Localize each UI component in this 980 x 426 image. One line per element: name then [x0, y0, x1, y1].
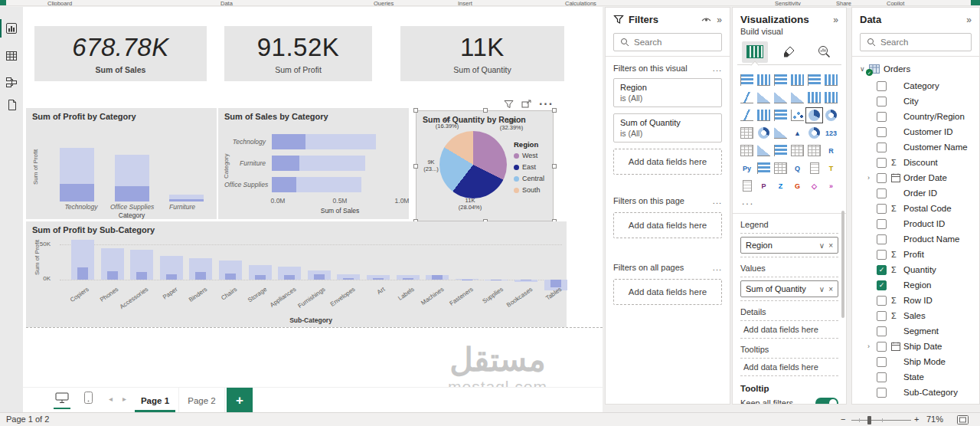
field-checkbox[interactable]: [877, 112, 887, 122]
field-checkbox[interactable]: [877, 342, 887, 352]
field-row-country-region[interactable]: Country/Region: [852, 109, 979, 124]
viz-icon-custom-visual-diamond[interactable]: ◇: [808, 180, 821, 192]
field-pill-sum-of-quantity[interactable]: Sum of Quantity ∨ ×: [740, 280, 838, 297]
card-sum-of-sales[interactable]: 678.78K Sum of Sales: [34, 26, 207, 81]
chevron-down-icon[interactable]: ∨: [819, 241, 825, 250]
bar-total[interactable]: [272, 156, 365, 171]
field-row-profit[interactable]: ΣProfit: [852, 247, 979, 262]
viz-icon-scatter-chart[interactable]: [791, 110, 804, 121]
bar-track[interactable]: [272, 177, 396, 192]
viz-icon-power-automate-visual[interactable]: Z: [774, 180, 787, 192]
collapse-panel-icon[interactable]: »: [966, 15, 972, 25]
card-sum-of-profit[interactable]: 91.52K Sum of Profit: [224, 26, 372, 81]
field-row-product-name[interactable]: Product Name: [852, 231, 979, 247]
fit-to-page-icon[interactable]: [957, 415, 969, 424]
viz-icon-metrics[interactable]: T: [825, 162, 838, 174]
field-checkbox[interactable]: [877, 296, 887, 306]
viz-icon-stacked-column-chart[interactable]: [757, 74, 770, 86]
viz-icon-line-and-clustered-column-chart[interactable]: [825, 92, 838, 103]
legend-item-central[interactable]: Central: [514, 175, 544, 182]
report-view-button[interactable]: [0, 18, 23, 39]
field-row-product-id[interactable]: Product ID: [852, 216, 979, 231]
tooltips-dropzone[interactable]: Add data fields here: [740, 358, 838, 376]
expand-chevron-icon[interactable]: ›: [867, 174, 877, 182]
viz-icon-table[interactable]: [791, 145, 804, 156]
field-row-postal-code[interactable]: ΣPostal Code: [852, 201, 979, 216]
viz-icon-custom-visual-chevron[interactable]: »: [825, 180, 838, 192]
viz-icon-paginated-report[interactable]: [740, 180, 753, 192]
expand-chevron-icon[interactable]: ›: [867, 342, 877, 350]
zoom-slider-track[interactable]: [851, 420, 911, 421]
viz-icon-clustered-bar-chart[interactable]: [774, 74, 787, 86]
viz-icon-azure-map[interactable]: ▲: [791, 127, 804, 139]
bar-track[interactable]: [272, 156, 396, 171]
viz-icon-100-stacked-bar-chart[interactable]: [808, 74, 821, 86]
field-row-discount[interactable]: ΣDiscount: [852, 155, 979, 170]
field-row-order-date[interactable]: ›Order Date: [852, 170, 979, 185]
field-checkbox[interactable]: [877, 250, 887, 260]
bar-total[interactable]: [115, 155, 149, 202]
table-row-orders[interactable]: ∨ ✓ Orders: [852, 60, 979, 78]
mobile-layout-icon[interactable]: [84, 392, 93, 404]
field-checkbox[interactable]: [877, 173, 887, 183]
next-page-arrow-icon[interactable]: ▸: [122, 395, 126, 403]
more-visuals-ellipsis[interactable]: ...: [733, 192, 846, 208]
tab-analytics[interactable]: [811, 41, 837, 63]
viz-icon-r-script-visual[interactable]: R: [825, 145, 838, 156]
data-search-input[interactable]: [880, 38, 957, 47]
viz-icon-100-stacked-area-chart[interactable]: [791, 92, 804, 103]
add-data-fields-dropzone[interactable]: Add data fields here: [613, 149, 722, 175]
field-checkbox[interactable]: ✓: [877, 265, 887, 275]
report-canvas[interactable]: 678.78K Sum of Sales 91.52K Sum of Profi…: [23, 7, 603, 412]
remove-field-icon[interactable]: ×: [828, 285, 833, 293]
field-row-sub-category[interactable]: Sub-Category: [852, 385, 979, 400]
field-pill-region[interactable]: Region ∨ ×: [740, 237, 838, 254]
values-dropzone[interactable]: Sum of Quantity ∨ ×: [740, 277, 838, 301]
bar-total[interactable]: [169, 195, 204, 202]
viz-icon-stacked-area-chart[interactable]: [774, 92, 787, 103]
section-more-options-icon[interactable]: ...: [713, 64, 722, 73]
viz-icon-pie-chart[interactable]: [808, 110, 821, 121]
bar-chart-sales-by-category[interactable]: Sum of Sales by Category Category Techno…: [218, 108, 409, 219]
field-checkbox[interactable]: [877, 158, 887, 168]
column-furniture[interactable]: [169, 195, 204, 202]
field-checkbox[interactable]: [877, 204, 887, 214]
selection-handle[interactable]: [413, 164, 418, 169]
field-checkbox[interactable]: [877, 388, 887, 398]
dax-query-view-button[interactable]: [0, 94, 23, 116]
viz-icon-map[interactable]: [757, 127, 770, 139]
field-checkbox[interactable]: [877, 127, 887, 137]
viz-icon-line-chart[interactable]: [740, 92, 753, 103]
viz-icon-matrix[interactable]: [808, 145, 821, 156]
column-technology[interactable]: [60, 148, 94, 202]
viz-icon-key-influencers[interactable]: [757, 162, 770, 174]
viz-icon-smart-narrative[interactable]: [808, 162, 821, 174]
selection-handle[interactable]: [552, 108, 557, 113]
field-row-state[interactable]: State: [852, 369, 979, 385]
add-page-button[interactable]: +: [227, 388, 253, 412]
legend-item-east[interactable]: East: [514, 163, 544, 171]
viz-icon-decomposition-tree[interactable]: [774, 162, 787, 174]
field-checkbox[interactable]: [877, 311, 887, 321]
viz-icon-ribbon-chart[interactable]: [740, 110, 753, 121]
column-chart-profit-by-category[interactable]: Sum of Profit by Category Sum of Profit …: [26, 108, 217, 219]
field-checkbox[interactable]: [877, 219, 887, 229]
viz-icon-card[interactable]: 123: [825, 127, 838, 139]
field-row-row-id[interactable]: ΣRow ID: [852, 293, 979, 308]
viz-icon-waterfall-chart[interactable]: [757, 110, 770, 121]
filter-icon[interactable]: [504, 100, 514, 109]
field-row-region[interactable]: ✓Region: [852, 277, 979, 293]
tab-page-1[interactable]: Page 1: [132, 388, 179, 412]
filter-card-region[interactable]: Region is (All): [613, 78, 722, 107]
chevron-down-icon[interactable]: ∨: [819, 285, 825, 293]
viz-icon-python-visual[interactable]: Py: [740, 162, 753, 174]
collapse-panel-icon[interactable]: »: [833, 15, 838, 25]
model-view-button[interactable]: [0, 71, 23, 93]
remove-field-icon[interactable]: ×: [828, 241, 833, 250]
filters-search-box[interactable]: [613, 33, 722, 51]
tab-format-visual[interactable]: [776, 41, 802, 63]
field-checkbox[interactable]: [877, 81, 887, 91]
add-data-fields-dropzone[interactable]: Add data fields here: [613, 279, 722, 305]
selection-handle[interactable]: [413, 108, 418, 113]
bar-total[interactable]: [272, 177, 361, 192]
